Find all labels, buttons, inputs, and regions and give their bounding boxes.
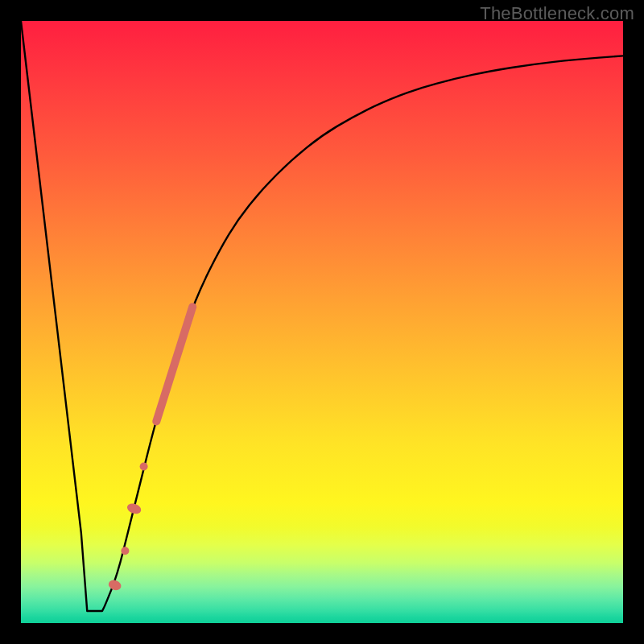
bottleneck-curve xyxy=(21,21,623,611)
chart-frame: TheBottleneck.com xyxy=(0,0,644,644)
curve-layer xyxy=(21,21,623,623)
highlight-segment xyxy=(156,307,192,421)
highlight-dot xyxy=(121,547,129,555)
plot-area xyxy=(21,21,623,623)
highlight-ellipse xyxy=(107,579,122,592)
watermark-label: TheBottleneck.com xyxy=(480,3,634,24)
highlight-dot xyxy=(140,463,148,471)
highlight-ellipse xyxy=(126,502,142,515)
